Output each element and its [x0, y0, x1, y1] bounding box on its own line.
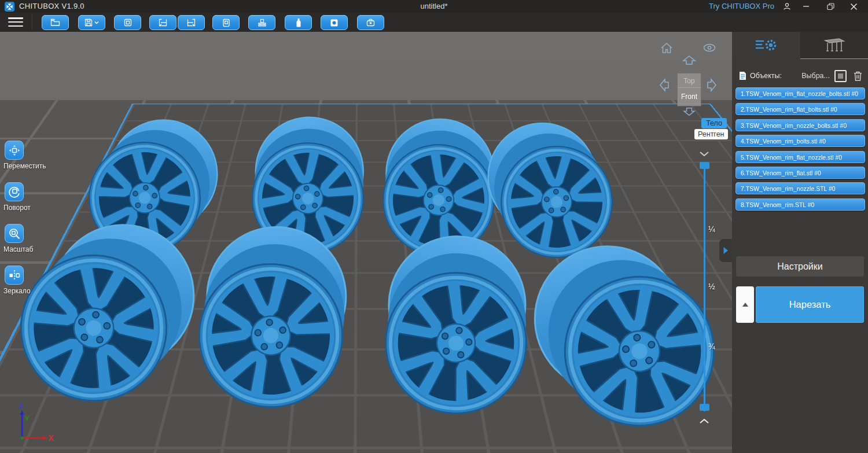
toolbar-divider — [32, 14, 32, 30]
cube-face-front[interactable]: Front — [678, 88, 701, 106]
tool-scale: Масштаб — [3, 224, 52, 253]
settings-button[interactable]: Настройки — [736, 256, 864, 277]
save-button[interactable] — [78, 15, 105, 30]
layer-slider: ¼ ½ ¾ — [692, 148, 722, 425]
cube-face-top[interactable]: Top — [678, 73, 701, 88]
toolbox-icon — [366, 19, 375, 27]
toolbox-button[interactable] — [357, 15, 384, 30]
object-list-item[interactable]: 2.TSW_Venom_rim_flat_bolts.stl #0 — [735, 103, 865, 115]
selected-label: Выбра... — [801, 72, 830, 80]
tab-supports[interactable] — [800, 32, 868, 58]
copy-button[interactable] — [114, 15, 141, 30]
objects-header: Объекты: Выбра... — [739, 68, 862, 83]
slice-options-button[interactable] — [736, 286, 754, 323]
close-button[interactable] — [845, 1, 862, 12]
xray-mode-button[interactable]: Рентген — [694, 129, 728, 139]
viewport-3d[interactable]: Переместить Поворот Масш — [0, 32, 732, 453]
dig-hole-icon — [330, 19, 339, 27]
right-panel: Объекты: Выбра... 1.TSW_Venom_rim_flat_n… — [732, 32, 868, 453]
model-wheel-6[interactable] — [189, 220, 357, 414]
minimize-icon — [803, 3, 810, 10]
transform-tools: Переместить Поворот Масш — [3, 141, 52, 307]
chevron-down-icon — [94, 21, 99, 24]
copy-icon — [124, 19, 132, 27]
slice-row: Нарезать — [736, 286, 864, 323]
move-icon — [8, 144, 21, 157]
auto-layout-icon — [258, 19, 267, 27]
scale-icon — [8, 227, 21, 240]
chitubox-window: CHITUBOX V1.9.0 untitled* Try CHITUBOX P… — [0, 0, 868, 453]
slider-chevron-down-icon[interactable] — [699, 151, 709, 157]
eye-icon[interactable] — [703, 43, 716, 52]
arrow-up-icon[interactable] — [681, 55, 697, 65]
mirror-button[interactable] — [5, 266, 24, 285]
trash-icon — [854, 71, 862, 81]
objects-label: Объекты: — [750, 72, 782, 80]
move-label: Переместить — [3, 162, 52, 170]
object-list-item[interactable]: 4.TSW_Venom_rim_bolts.stl #0 — [735, 135, 865, 147]
supports-icon — [822, 37, 846, 53]
model-wheel-4[interactable] — [484, 119, 616, 262]
move-button[interactable] — [5, 141, 24, 160]
tab-settings[interactable] — [732, 32, 800, 59]
undo-button[interactable] — [149, 15, 176, 30]
object-list-item[interactable]: 1.TSW_Venom_rim_flat_nozzle_bolts.stl #0 — [735, 87, 865, 100]
view-navigation: Top Front — [656, 40, 723, 115]
dig-hole-button[interactable] — [321, 15, 348, 30]
objects-list: 1.TSW_Venom_rim_flat_nozzle_bolts.stl #0… — [735, 87, 865, 214]
hollow-icon — [296, 18, 301, 27]
object-list-item[interactable]: 7.TSW_Venom_rim_nozzle.STL #0 — [735, 182, 865, 194]
arrow-right-icon[interactable] — [707, 77, 717, 93]
model-wheel-7[interactable] — [365, 222, 550, 429]
redo-button[interactable] — [178, 15, 205, 30]
slider-track[interactable] — [704, 165, 705, 411]
document-icon — [739, 71, 746, 80]
clone-icon — [222, 19, 230, 27]
slider-mark-three-quarter: ¾ — [708, 342, 715, 351]
object-list-item[interactable]: 3.TSW_Venom_rim_nozzle_bolts.stl #0 — [735, 119, 865, 131]
tool-mirror: Зеркало — [3, 266, 52, 295]
slider-chevron-up-icon[interactable] — [699, 418, 709, 424]
user-account-button[interactable] — [778, 1, 796, 12]
object-list-item[interactable]: 6.TSW_Venom_rim_flat.stl #0 — [735, 167, 865, 179]
mirror-label: Зеркало — [3, 287, 52, 295]
undo-icon — [159, 19, 167, 27]
triangle-right-icon — [723, 246, 729, 255]
select-all-checkbox[interactable] — [834, 70, 847, 82]
delete-button[interactable] — [854, 71, 862, 81]
clone-button[interactable] — [212, 15, 240, 30]
hollow-button[interactable] — [285, 15, 312, 30]
toolbar — [0, 13, 868, 32]
slider-handle-top[interactable] — [700, 162, 709, 169]
slider-mark-quarter: ¼ — [708, 224, 715, 234]
object-list-item[interactable]: 8.TSW_Venom_rim.STL #0 — [735, 198, 865, 211]
slider-mark-half: ½ — [708, 282, 715, 291]
slider-handle-bottom[interactable] — [700, 404, 709, 411]
navigation-cube[interactable]: Top Front — [678, 73, 701, 106]
minimize-button[interactable] — [797, 1, 815, 12]
axis-gizmo: Z Y X — [10, 401, 56, 446]
restore-button[interactable] — [822, 1, 839, 12]
rotate-button[interactable] — [5, 182, 24, 201]
redo-icon — [187, 19, 196, 27]
titlebar: CHITUBOX V1.9.0 untitled* Try CHITUBOX P… — [0, 0, 868, 13]
arrow-left-icon[interactable] — [659, 77, 670, 93]
object-list-item[interactable]: 5.TSW_Venom_rim_flat_nozzle.stl #0 — [735, 151, 865, 163]
axis-y-label: Y — [25, 415, 30, 422]
axis-x-label: X — [49, 433, 54, 443]
mirror-icon — [8, 269, 21, 282]
close-icon — [850, 3, 858, 10]
scale-label: Масштаб — [3, 245, 52, 253]
slice-button[interactable]: Нарезать — [756, 286, 864, 323]
try-pro-link[interactable]: Try CHITUBOX Pro — [709, 2, 774, 10]
rotate-icon — [8, 186, 21, 198]
scale-button[interactable] — [5, 224, 24, 243]
home-icon[interactable] — [660, 42, 673, 54]
panel-collapse-handle[interactable] — [719, 239, 732, 262]
arrow-down-icon[interactable] — [681, 107, 697, 116]
body-mode-button[interactable]: Тело — [701, 118, 727, 128]
models-layer — [0, 32, 732, 453]
menu-button[interactable] — [8, 16, 23, 28]
auto-layout-button[interactable] — [248, 15, 275, 30]
open-button[interactable] — [42, 15, 69, 30]
